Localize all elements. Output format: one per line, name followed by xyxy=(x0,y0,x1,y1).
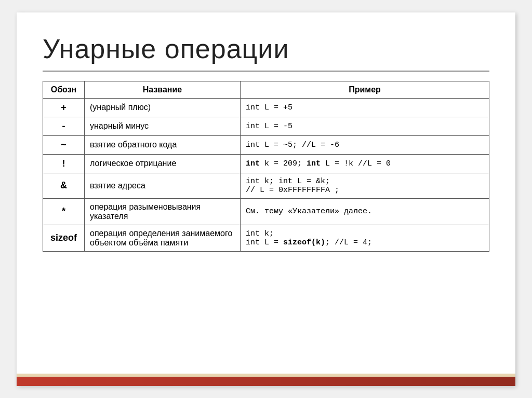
table-row: & взятие адреса int k; int L = &k;// L =… xyxy=(43,173,489,198)
example-tilde: int L = ~5; //L = -6 xyxy=(241,135,489,154)
example-amp: int k; int L = &k;// L = 0xFFFFFFFFA ; xyxy=(241,173,489,198)
table-row: + (унарный плюс) int L = +5 xyxy=(43,98,489,117)
table-row: * операция разыменовывания указателя См.… xyxy=(43,198,489,225)
example-plus: int L = +5 xyxy=(241,98,489,117)
title-underline xyxy=(43,71,489,72)
header-name: Название xyxy=(85,81,241,98)
sign-not: ! xyxy=(43,154,85,173)
sign-sizeof: sizeof xyxy=(43,225,85,251)
slide-title: Унарные операции xyxy=(43,33,489,64)
sign-plus: + xyxy=(43,98,85,117)
header-example: Пример xyxy=(241,81,489,98)
header-sign: Обозн xyxy=(43,81,85,98)
table-row: sizeof операция определения занимаемого … xyxy=(43,225,489,251)
name-plus: (унарный плюс) xyxy=(85,98,241,117)
sign-minus: - xyxy=(43,117,85,135)
sign-amp: & xyxy=(43,173,85,198)
name-amp: взятие адреса xyxy=(85,173,241,198)
sign-tilde: ~ xyxy=(43,135,85,154)
table-row: - унарный минус int L = -5 xyxy=(43,117,489,135)
example-not: int k = 209; int L = !k //L = 0 xyxy=(241,154,489,173)
name-star: операция разыменовывания указателя xyxy=(85,198,241,225)
name-tilde: взятие обратного кода xyxy=(85,135,241,154)
example-sizeof: int k;int L = sizeof(k); //L = 4; xyxy=(241,225,489,251)
example-star: См. тему «Указатели» далее. xyxy=(241,198,489,225)
table-row: ! логическое отрицание int k = 209; int … xyxy=(43,154,489,173)
sign-star: * xyxy=(43,198,85,225)
example-minus: int L = -5 xyxy=(241,117,489,135)
table-row: ~ взятие обратного кода int L = ~5; //L … xyxy=(43,135,489,154)
name-minus: унарный минус xyxy=(85,117,241,135)
operations-table: Обозн Название Пример + (унарный плюс) i… xyxy=(43,81,489,252)
bottom-bar xyxy=(17,377,515,386)
name-not: логическое отрицание xyxy=(85,154,241,173)
slide: Унарные операции Обозн Название Пример +… xyxy=(17,12,515,386)
name-sizeof: операция определения занимаемого объекто… xyxy=(85,225,241,251)
